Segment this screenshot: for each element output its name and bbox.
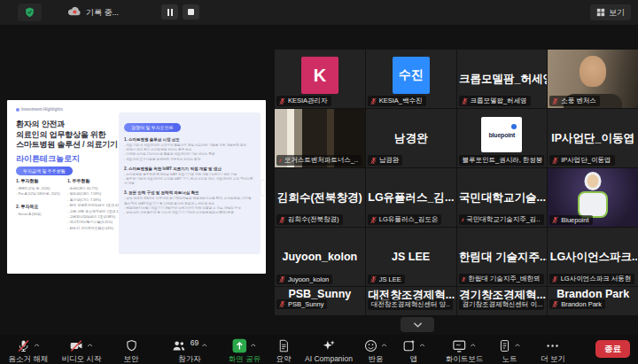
participant-nameplate: KESIA_백수진 [368, 96, 426, 106]
chevron-up-icon[interactable] [470, 342, 477, 349]
chevron-down-icon [413, 321, 423, 329]
slide-investment-column: 1. 투자현황 SEED (2억 원, 2020)Pre-A (12억 5천만원… [16, 178, 71, 217]
muted-mic-icon [551, 275, 558, 283]
muted-mic-icon [278, 97, 286, 105]
participant-tile[interactable]: IP사업단_이동엽IP사업단_이동엽 [548, 109, 638, 167]
more-participants-button[interactable] [401, 317, 434, 332]
muted-mic-icon [278, 157, 283, 165]
pause-icon [167, 9, 169, 16]
participant-nameplate: LG유플러스_김도은 [368, 214, 442, 225]
chevron-up-icon[interactable] [514, 342, 521, 349]
participant-tile[interactable]: 대전창조경제혁...대전창조경제혁신센터 양.. [366, 287, 456, 315]
meeting-topbar: 기록 중... 보기 [0, 0, 638, 25]
participant-tile[interactable]: JS LEEJS LEE [366, 228, 456, 286]
slide-logo: Investment Highlights [16, 107, 63, 112]
meeting-toolbar: 음소거 해제 비디오 시작 보안 69 [0, 335, 638, 364]
participant-display-name: IP사업단_이동엽 [549, 131, 636, 146]
participant-tile[interactable]: Juyoon_kolonJuyoon_kolon [275, 228, 365, 286]
participant-nameplate: JS LEE [368, 275, 405, 284]
participant-nameplate: LG사이언스파크 서동현 [549, 274, 634, 284]
participant-display-name: Brandon Park [555, 288, 631, 300]
muted-mic-icon [278, 275, 286, 283]
notes-button[interactable]: 노트 [498, 337, 521, 364]
unmute-button[interactable]: 음소거 해제 [9, 337, 49, 364]
chevron-up-icon[interactable] [201, 342, 208, 349]
participant-tile[interactable]: 소풍 벤처스 [548, 50, 638, 108]
participant-nameplate: 김희수(전북창경) [276, 214, 343, 225]
reactions-button[interactable]: 반응 [364, 337, 388, 364]
participant-tile[interactable]: Bluepoint [548, 168, 638, 227]
participant-display-name: PSB_Sunny [286, 288, 353, 300]
camera-off-icon [69, 338, 84, 353]
recording-stop-button[interactable] [183, 4, 199, 19]
whiteboard-icon [452, 338, 467, 353]
slide-bullet: 솔루션 기반의 의료데이터 수집용 IoMT 기기, 체내 삽입형 장비, 의료… [124, 177, 255, 186]
chevron-up-icon[interactable] [419, 342, 426, 349]
muted-mic-icon [370, 97, 377, 105]
participant-display-name: Juyoon_kolon [281, 251, 360, 263]
participant-nameplate: 경기창조경제혁신센터 이... [459, 299, 544, 310]
participant-nameplate: Juyoon_kolon [276, 275, 332, 284]
participant-tile[interactable]: 수진KESIA_백수진 [366, 50, 456, 108]
security-button[interactable]: 보안 [124, 337, 139, 364]
participant-nameplate: 국민대학교기술지주_김.. [459, 214, 544, 225]
participant-tile[interactable]: 경기창조경제혁...경기창조경제혁신센터 이... [457, 287, 548, 315]
end-meeting-button[interactable]: 종료 [595, 340, 630, 358]
participant-tile[interactable]: 크롭모델팜_허세영크롭모델팜_허세영 [457, 50, 548, 108]
muted-mic-icon [551, 300, 559, 308]
apps-button[interactable]: 앱 [402, 337, 426, 364]
participant-tile[interactable]: 남경완남경완 [366, 109, 456, 167]
participant-tile[interactable]: 국민대학교기술...국민대학교기술지주_김.. [457, 168, 548, 227]
start-video-button[interactable]: 비디오 시작 [62, 337, 102, 364]
slide-logo-icon [16, 108, 19, 112]
view-button-label: 보기 [609, 7, 625, 19]
security-shield-badge[interactable] [18, 4, 42, 21]
participant-nameplate: 남경완 [368, 155, 403, 166]
share-screen-button[interactable]: 화면 공유 [229, 337, 261, 364]
participant-tile[interactable]: LG유플러스_김...LG유플러스_김도은 [366, 168, 456, 227]
slide-bullet: 삼성 학력자 3명으로 이루어진 초기창업자들은 병원정보시스템 제작, 스마트… [124, 197, 255, 205]
participant-nameplate: Bluepoint [549, 215, 592, 225]
chevron-up-icon[interactable] [87, 342, 94, 349]
chevron-up-icon[interactable] [381, 342, 388, 349]
participant-tile[interactable]: bluepoint블루포인트_권시라, 한정봉 [457, 109, 548, 167]
muted-mic-icon [551, 216, 559, 224]
participant-display-name: 크롭모델팜_허세영 [457, 72, 547, 87]
smiley-icon [364, 338, 378, 353]
participant-tile[interactable]: KKESIA관리자 [275, 50, 365, 108]
shield-icon [124, 338, 138, 353]
notes-icon [498, 338, 511, 353]
participants-icon [171, 338, 187, 353]
chevron-up-icon[interactable] [34, 342, 41, 349]
participants-button[interactable]: 69 참가자 [171, 337, 208, 364]
muted-mic-icon [278, 300, 286, 308]
participant-tile[interactable]: Brandon ParkBrandon Park [548, 287, 638, 315]
participant-tile[interactable]: 김희수(전북창경)김희수(전북창경) [275, 168, 365, 227]
participant-tile[interactable]: LG사이언스파크...LG사이언스파크 서동현 [548, 228, 638, 286]
participant-tile[interactable]: PSB_SunnyPSB_Sunny [275, 287, 365, 315]
more-dots-icon [546, 338, 561, 353]
chevron-up-icon[interactable] [250, 342, 257, 349]
view-button[interactable]: 보기 [590, 4, 631, 20]
participant-tile[interactable]: 오거스트벤처파트너스_.. [275, 109, 365, 167]
slide-list-item: Pre-A (12억 5천만원, 2021) [16, 191, 71, 197]
participant-nameplate: PSB_Sunny [276, 299, 327, 309]
participant-display-name: LG사이언스파크... [549, 250, 638, 265]
slide-right-section-pill: 경쟁력 및 투자포인트 [124, 123, 181, 132]
participant-display-name: 남경완 [393, 131, 430, 146]
slide-scrollbar[interactable] [261, 180, 264, 196]
participant-display-name: 국민대학교기술... [457, 190, 547, 205]
participant-nameplate: 소풍 벤처스 [549, 96, 600, 106]
participant-nameplate: 대전창조경제혁신센터 양.. [368, 299, 453, 310]
more-button[interactable]: 더 보기 [541, 337, 565, 364]
cloud-recording-icon [67, 5, 82, 17]
participant-tile[interactable]: 한림대 기술지주...한림대 기술지주_배한뫼 [457, 228, 548, 286]
slide-company-name: 라이튼테크놀로지 [16, 153, 80, 165]
muted-mic-icon [461, 97, 469, 105]
company-logo: bluepoint [481, 117, 522, 152]
recording-pause-button[interactable] [161, 4, 178, 19]
participant-display-name: LG유플러스_김... [366, 190, 455, 205]
whiteboard-button[interactable]: 화이트보드 [446, 337, 484, 364]
ai-companion-button[interactable]: AI Companion [305, 337, 353, 363]
summary-button[interactable]: 요약 [276, 337, 292, 364]
